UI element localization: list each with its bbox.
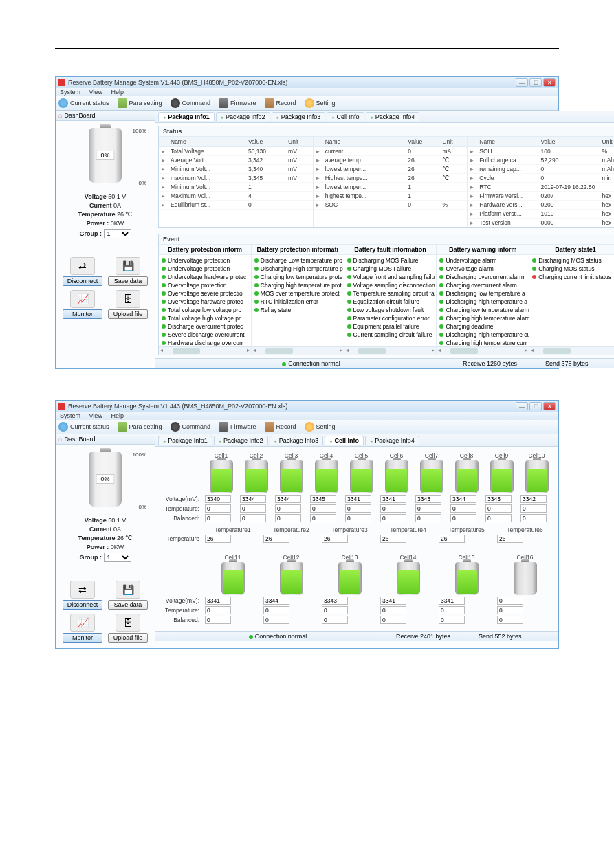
table-row[interactable]: ▸current0mA — [314, 147, 468, 156]
toolbar-para[interactable]: Para setting — [118, 98, 162, 108]
menu-system[interactable]: System — [60, 412, 80, 419]
disconnect-button[interactable]: Disconnect — [63, 600, 102, 610]
table-row[interactable]: ▸average temp...26℃ — [314, 156, 468, 165]
table-row[interactable]: ▸lowest temper...26℃ — [314, 165, 468, 174]
scrollbar[interactable] — [159, 346, 251, 355]
toolbar-rec[interactable]: Record — [265, 422, 296, 432]
table-row[interactable]: ▸Highest tempe...26℃ — [314, 174, 468, 183]
cell-value[interactable] — [415, 495, 441, 503]
toolbar-status[interactable]: Current status — [58, 98, 109, 108]
minimize-button[interactable]: — — [516, 78, 528, 87]
table-row[interactable]: ▸Minimum Volt...1 — [159, 183, 313, 192]
close-button[interactable]: ✕ — [543, 78, 556, 87]
toolbar-fw[interactable]: Firmware — [219, 98, 256, 108]
tab-package-info3[interactable]: Package Info3 — [272, 112, 326, 121]
cell-value[interactable] — [263, 616, 289, 624]
cell-value[interactable] — [450, 504, 476, 513]
cell-value[interactable] — [310, 514, 336, 522]
maximize-button[interactable]: ☐ — [529, 78, 542, 87]
menu-view[interactable]: View — [89, 89, 102, 96]
table-row[interactable]: ▸Average Volt...3,342mV — [159, 156, 313, 165]
titlebar[interactable]: Reserve Battery Manage System V1.443 (BM… — [56, 77, 558, 88]
tab-package-info2[interactable]: Package Info2 — [214, 436, 268, 445]
toolbar-fw[interactable]: Firmware — [219, 422, 256, 432]
scrollbar[interactable] — [437, 346, 529, 355]
cell-value[interactable] — [263, 535, 289, 543]
cell-value[interactable] — [263, 597, 289, 605]
cell-value[interactable] — [485, 504, 512, 513]
group-select[interactable]: 1 — [104, 229, 131, 238]
tab-package-info2[interactable]: Package Info2 — [216, 112, 270, 121]
tab-dashboard[interactable]: DashBoard — [56, 434, 155, 445]
table-row[interactable]: ▸maximum Vol...3,345mV — [159, 174, 313, 183]
monitor-button[interactable]: Monitor — [63, 309, 102, 319]
tab-package-info4[interactable]: Package Info4 — [366, 112, 420, 121]
cell-value[interactable] — [485, 514, 512, 522]
cell-value[interactable] — [380, 606, 406, 614]
tab-cell-info[interactable]: Cell Info — [327, 112, 364, 121]
cell-value[interactable] — [380, 495, 406, 503]
cell-value[interactable] — [345, 495, 371, 503]
table-row[interactable]: ▸remaining cap...0mAh — [468, 165, 614, 174]
disconnect-button[interactable]: Disconnect — [63, 276, 102, 286]
toolbar-status[interactable]: Current status — [58, 422, 109, 432]
tab-package-info4[interactable]: Package Info4 — [365, 436, 419, 445]
maximize-button[interactable]: ☐ — [529, 402, 542, 410]
tab-package-info3[interactable]: Package Info3 — [270, 436, 324, 445]
cell-value[interactable] — [275, 495, 301, 503]
tab-dashboard[interactable]: DashBoard — [56, 111, 155, 121]
group-select[interactable]: 1 — [104, 553, 131, 562]
cell-value[interactable] — [380, 535, 406, 543]
cell-value[interactable] — [205, 504, 231, 513]
toolbar-cmd[interactable]: Command — [171, 422, 211, 432]
scrollbar[interactable] — [252, 346, 344, 355]
cell-value[interactable] — [380, 504, 406, 513]
cell-value[interactable] — [415, 504, 441, 513]
cell-value[interactable] — [275, 514, 301, 522]
table-row[interactable]: ▸highest tempe...1 — [314, 192, 468, 201]
table-row[interactable]: ▸Firmware versi...0207hex — [468, 192, 614, 201]
scrollbar[interactable] — [344, 346, 437, 355]
cell-value[interactable] — [322, 597, 348, 605]
table-row[interactable]: ▸Hardware vers...0200hex — [468, 201, 614, 210]
toolbar-rec[interactable]: Record — [265, 98, 296, 108]
cell-value[interactable] — [497, 606, 523, 614]
table-row[interactable]: ▸Total Voltage50,130mV — [159, 147, 313, 156]
cell-value[interactable] — [205, 616, 231, 624]
cell-value[interactable] — [310, 495, 336, 503]
cell-value[interactable] — [205, 597, 231, 605]
cell-value[interactable] — [205, 495, 231, 503]
cell-value[interactable] — [380, 616, 406, 624]
cell-value[interactable] — [322, 535, 348, 543]
menu-help[interactable]: Help — [111, 89, 124, 96]
cell-value[interactable] — [263, 606, 289, 614]
save-data-button[interactable]: Save data — [108, 276, 148, 286]
cell-value[interactable] — [439, 535, 465, 543]
table-row[interactable]: ▸RTC2019-07-19 16:22:50 — [468, 183, 614, 192]
toolbar-set[interactable]: Setting — [305, 422, 336, 432]
upload-file-button[interactable]: Upload file — [108, 633, 148, 643]
table-row[interactable]: ▸Equilibrium st...0 — [159, 201, 313, 210]
cell-value[interactable] — [497, 597, 523, 605]
minimize-button[interactable]: — — [516, 402, 528, 410]
table-row[interactable]: ▸Platform versti...1010hex — [468, 210, 614, 219]
save-data-button[interactable]: Save data — [108, 600, 148, 610]
cell-value[interactable] — [205, 535, 231, 543]
tab-cell-info[interactable]: Cell Info — [325, 436, 364, 445]
cell-value[interactable] — [520, 504, 547, 513]
table-row[interactable]: ▸Test version0000hex — [468, 219, 614, 227]
cell-value[interactable] — [322, 616, 348, 624]
monitor-button[interactable]: Monitor — [63, 633, 102, 643]
cell-value[interactable] — [497, 616, 523, 624]
cell-value[interactable] — [310, 504, 336, 513]
table-row[interactable]: ▸Maximum Vol...4 — [159, 192, 313, 201]
cell-value[interactable] — [380, 514, 406, 522]
table-row[interactable]: ▸Cycle0min — [468, 174, 614, 183]
scrollbar[interactable] — [529, 346, 614, 355]
table-row[interactable]: ▸SOC0% — [314, 201, 468, 210]
cell-value[interactable] — [450, 495, 476, 503]
titlebar[interactable]: Reserve Battery Manage System V1.443 (BM… — [56, 401, 558, 412]
cell-value[interactable] — [439, 616, 465, 624]
close-button[interactable]: ✕ — [543, 402, 556, 410]
cell-value[interactable] — [240, 495, 266, 503]
